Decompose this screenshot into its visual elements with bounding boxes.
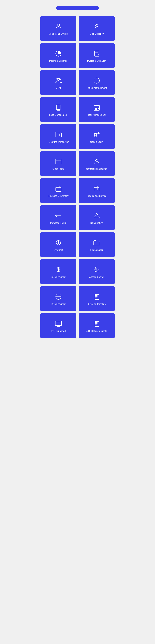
svg-rect-21 (96, 108, 97, 109)
feature-label-purchase-inventory: Purchase & Inventory (48, 194, 69, 198)
svg-point-15 (58, 110, 59, 110)
feature-label-client-portal: Client Portal (52, 168, 64, 171)
feature-label-membership-system: Membership System (48, 32, 68, 36)
svg-rect-23 (95, 109, 96, 110)
feature-label-file-manager: File Manager (90, 248, 103, 252)
feature-card-lead-management[interactable]: Lead Management (40, 97, 76, 122)
feature-card-live-chat[interactable]: SLive Chat (40, 232, 76, 257)
feature-card-purchase-return[interactable]: Purchase Return (40, 205, 76, 230)
svg-point-50 (95, 268, 96, 269)
feature-label-crm: CRM (56, 86, 61, 90)
feature-card-client-portal[interactable]: Client Portal (40, 151, 76, 176)
svg-rect-20 (95, 108, 96, 109)
online-payment-icon: $ (55, 266, 62, 274)
feature-label-income-expense: Income & Expense (49, 60, 68, 62)
feature-card-online-payment[interactable]: $Online Payment (40, 259, 76, 284)
feature-label-sales-return: Sales Return (90, 222, 103, 225)
rtl-supported-icon (55, 320, 62, 328)
feature-card-google-login[interactable]: g⁺Google Login (79, 124, 115, 149)
svg-text:S: S (57, 241, 59, 244)
svg-point-32 (57, 160, 58, 160)
contact-management-icon (93, 158, 100, 165)
feature-label-quotation-template: 4 Quotation Template (86, 330, 107, 333)
invoice-template-icon (93, 293, 100, 300)
feature-card-product-service[interactable]: Product and Service (79, 178, 115, 203)
svg-rect-35 (56, 188, 61, 192)
svg-point-0 (57, 24, 60, 26)
svg-rect-60 (55, 321, 62, 326)
feature-card-invoice-quotation[interactable]: Invoice & Quotation (79, 43, 115, 68)
feature-label-product-service: Product and Service (87, 194, 106, 198)
lead-management-icon (55, 104, 62, 111)
access-control-icon (93, 266, 100, 274)
feature-label-access-control: Access Control (89, 276, 104, 279)
feature-card-multi-currency[interactable]: $Multi Currency (79, 16, 115, 41)
feature-card-invoice-template[interactable]: 4 Invoice Template (79, 286, 115, 311)
feature-label-live-chat: Live Chat (54, 248, 63, 252)
svg-text:g⁺: g⁺ (93, 131, 100, 138)
google-login-icon: g⁺ (93, 131, 100, 138)
feature-label-project-management: Project Management (87, 86, 107, 90)
feature-label-multi-currency: Multi Currency (90, 32, 104, 36)
feature-label-task-management: Task Management (88, 114, 105, 116)
feature-card-offline-payment[interactable]: Offline Payment (40, 286, 76, 311)
svg-point-31 (56, 160, 57, 160)
svg-point-51 (97, 269, 98, 270)
feature-label-google-login: Google Login (90, 140, 103, 144)
svg-text:$: $ (57, 266, 60, 273)
file-manager-icon (93, 239, 100, 246)
feature-label-online-payment: Online Payment (51, 276, 66, 279)
invoice-quotation-icon (93, 50, 100, 57)
feature-label-contact-management: Contact Manageemnt (86, 168, 107, 171)
page-wrapper: Membership System$Multi CurrencyIncome &… (40, 6, 115, 338)
feature-card-membership-system[interactable]: Membership System (40, 16, 76, 41)
page-title (56, 6, 99, 10)
feature-card-project-management[interactable]: Project Management (79, 70, 115, 95)
svg-text:$: $ (95, 23, 98, 30)
feature-card-sales-return[interactable]: Sales Return (79, 205, 115, 230)
project-management-icon (93, 77, 100, 84)
feature-card-file-manager[interactable]: File Manager (79, 232, 115, 257)
feature-card-crm[interactable]: CRM (40, 70, 76, 95)
income-expense-icon (55, 50, 62, 57)
feature-card-recurring-transaction[interactable]: Recurring Transaction (40, 124, 76, 149)
feature-label-rtl-supported: RTL Supported (51, 330, 66, 333)
feature-label-recurring-transaction: Recurring Transaction (48, 140, 69, 144)
feature-card-quotation-template[interactable]: 4 Quotation Template (79, 313, 115, 338)
purchase-inventory-icon (55, 185, 62, 192)
feature-card-purchase-inventory[interactable]: Purchase & Inventory (40, 178, 76, 203)
feature-label-offline-payment: Offline Payment (51, 302, 66, 306)
svg-point-44 (96, 217, 97, 217)
live-chat-icon: S (55, 239, 62, 246)
feature-label-purchase-return: Purchase Return (50, 222, 66, 225)
product-service-icon (93, 185, 100, 192)
client-portal-icon (55, 158, 62, 165)
svg-point-52 (96, 270, 97, 272)
svg-point-11 (94, 78, 100, 83)
feature-label-invoice-quotation: Invoice & Quotation (87, 60, 106, 62)
feature-card-income-expense[interactable]: Income & Expense (40, 43, 76, 68)
task-management-icon (93, 104, 100, 111)
feature-label-invoice-template: 4 Invoice Template (88, 302, 106, 306)
svg-rect-24 (96, 109, 97, 110)
multi-currency-icon: $ (93, 23, 100, 30)
svg-rect-22 (98, 108, 99, 109)
svg-rect-4 (95, 51, 99, 56)
feature-label-lead-management: Lead Management (49, 114, 67, 116)
svg-point-27 (60, 134, 61, 135)
offline-payment-icon (55, 293, 62, 300)
feature-card-contact-management[interactable]: Contact Manageemnt (79, 151, 115, 176)
feature-card-task-management[interactable]: Task Management (79, 97, 115, 122)
features-grid: Membership System$Multi CurrencyIncome &… (40, 16, 115, 338)
purchase-return-icon (55, 212, 62, 220)
crm-icon (55, 77, 62, 84)
sales-return-icon (93, 212, 100, 220)
quotation-template-icon (93, 320, 100, 328)
feature-card-access-control[interactable]: Access Control (79, 259, 115, 284)
feature-card-rtl-supported[interactable]: RTL Supported (40, 313, 76, 338)
membership-system-icon (55, 23, 62, 30)
recurring-transaction-icon (55, 131, 62, 138)
